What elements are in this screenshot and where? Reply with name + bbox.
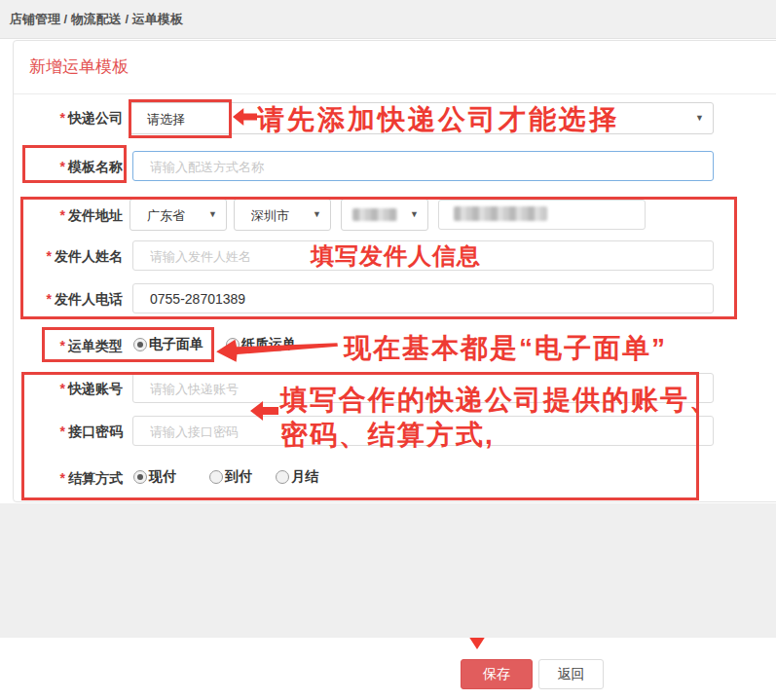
save-button[interactable]: 保存 bbox=[461, 659, 533, 689]
page: 店铺管理 / 物流配送 / 运单模板 新增运单模板 *快递公司 请选择 ▼ *模… bbox=[0, 0, 776, 700]
highlight-rect-template-name bbox=[22, 145, 127, 183]
annotation-account-line2: 密码、结算方式, bbox=[280, 417, 495, 454]
template-name-input[interactable] bbox=[132, 151, 714, 181]
annotation-waybill-type: 现在基本都是“电子面单” bbox=[344, 330, 667, 367]
annotation-account-line1: 填写合作的快递公司提供的账号、 bbox=[280, 382, 719, 419]
express-company-label: *快递公司 bbox=[21, 110, 123, 128]
title-divider bbox=[14, 93, 776, 94]
required-asterisk: * bbox=[60, 110, 65, 126]
bottom-gray-section bbox=[0, 503, 776, 638]
annotation-express-company: 请先添加快递公司才能选择 bbox=[257, 101, 619, 138]
breadcrumb-bar: 店铺管理 / 物流配送 / 运单模板 bbox=[0, 0, 776, 39]
breadcrumb[interactable]: 店铺管理 / 物流配送 / 运单模板 bbox=[10, 11, 183, 28]
chevron-down-icon: ▼ bbox=[695, 113, 704, 123]
page-title: 新增运单模板 bbox=[29, 55, 129, 78]
annotation-sender-info: 填写发件人信息 bbox=[311, 240, 481, 272]
back-button[interactable]: 返回 bbox=[538, 659, 604, 689]
highlight-rect-express-company bbox=[129, 99, 232, 138]
highlight-rect-waybill-type bbox=[42, 327, 214, 362]
